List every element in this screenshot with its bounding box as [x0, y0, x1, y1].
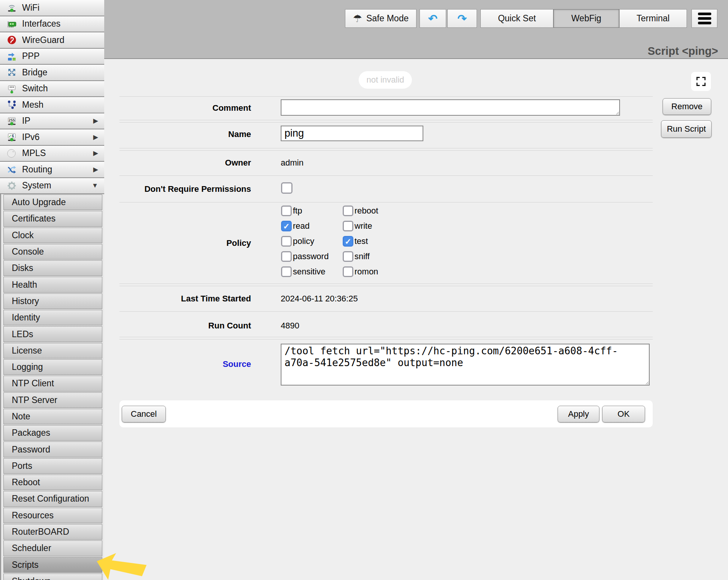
sidebar-item-label: Routing	[22, 164, 52, 175]
redo-button[interactable]: ↷	[447, 9, 477, 28]
webfig-app: WiFi Interfaces WireGuard PPP Bridge	[0, 0, 728, 580]
sidebar-item-note[interactable]: Note	[3, 409, 102, 424]
svg-text:6: 6	[12, 134, 14, 138]
sidebar-item-system[interactable]: System ▼	[0, 178, 104, 194]
sidebar-item-leds[interactable]: LEDs	[3, 326, 102, 342]
sidebar-item-label: Reboot	[12, 477, 40, 488]
sidebar-item-history[interactable]: History	[3, 293, 102, 309]
sidebar-item-certificates[interactable]: Certificates	[3, 211, 102, 226]
sidebar-item-routing[interactable]: Routing ▶	[0, 162, 104, 178]
sidebar-item-switch[interactable]: Switch	[0, 81, 104, 97]
sidebar-item-console[interactable]: Console	[3, 244, 102, 260]
wifi-icon	[6, 2, 17, 13]
sidebar-item-label: LEDs	[12, 329, 33, 339]
name-input[interactable]	[281, 126, 423, 141]
sidebar-item-routerboard[interactable]: RouterBOARD	[3, 524, 102, 540]
policy-test-checkbox[interactable]	[343, 236, 353, 247]
remove-button[interactable]: Remove	[663, 98, 711, 115]
sidebar-item-interfaces[interactable]: Interfaces	[0, 16, 104, 33]
sidebar-item-ip[interactable]: 255 IP ▶	[0, 113, 104, 130]
undo-icon: ↶	[428, 12, 437, 25]
sidebar-item-label: IP	[22, 116, 30, 126]
run-script-button[interactable]: Run Script	[661, 120, 712, 138]
policy-option: test	[343, 234, 445, 249]
comment-label: Comment	[119, 103, 251, 113]
policy-reboot-checkbox[interactable]	[343, 206, 353, 216]
quick-set-button[interactable]: Quick Set	[480, 9, 553, 28]
sidebar-item-mpls[interactable]: MPLS ▶	[0, 146, 104, 162]
sidebar-item-license[interactable]: License	[3, 343, 102, 359]
policy-sensitive-checkbox[interactable]	[281, 266, 292, 277]
policy-option: reboot	[343, 203, 445, 218]
sidebar-item-disks[interactable]: Disks	[3, 260, 102, 276]
policy-romon-checkbox[interactable]	[343, 266, 353, 277]
sidebar-item-label: Ports	[12, 461, 32, 471]
sidebar-item-auto-upgrade[interactable]: Auto Upgrade	[3, 194, 102, 210]
sidebar-item-bridge[interactable]: Bridge	[0, 65, 104, 81]
source-label: Source	[119, 359, 251, 369]
sidebar-item-ntp-server[interactable]: NTP Server	[3, 392, 102, 408]
system-submenu: Auto Upgrade Certificates Clock Console …	[0, 194, 104, 580]
policy-ftp-checkbox[interactable]	[281, 206, 292, 216]
policy-write-checkbox[interactable]	[343, 221, 353, 231]
dont-require-permissions-checkbox[interactable]	[281, 182, 292, 194]
cancel-button[interactable]: Cancel	[122, 406, 166, 422]
sidebar-item-label: License	[12, 346, 42, 356]
policy-option-label: sensitive	[293, 267, 326, 277]
sidebar-item-resources[interactable]: Resources	[3, 508, 102, 523]
remove-label: Remove	[671, 102, 703, 112]
ok-label: OK	[618, 409, 630, 419]
sidebar-item-reset-configuration[interactable]: Reset Configuration	[3, 491, 102, 507]
comment-input[interactable]	[281, 99, 620, 116]
policy-option-label: password	[293, 252, 329, 261]
sidebar-item-label: Scripts	[12, 560, 38, 570]
sidebar-item-label: NTP Client	[12, 378, 54, 389]
sidebar-item-wifi[interactable]: WiFi	[0, 0, 104, 16]
sidebar-item-logging[interactable]: Logging	[3, 359, 102, 375]
sidebar-item-packages[interactable]: Packages	[3, 425, 102, 441]
sidebar-item-ntp-client[interactable]: NTP Client	[3, 376, 102, 391]
sidebar-item-label: Disks	[12, 263, 33, 273]
sidebar-item-health[interactable]: Health	[3, 277, 102, 292]
policy-policy-checkbox[interactable]	[281, 236, 292, 247]
sidebar-item-scripts[interactable]: Scripts	[3, 557, 102, 573]
menu-button[interactable]	[691, 9, 717, 28]
webfig-button[interactable]: WebFig	[553, 9, 619, 28]
sidebar-item-shutdown[interactable]: Shutdown	[3, 574, 102, 580]
sidebar-item-ppp[interactable]: PPP	[0, 49, 104, 65]
last-time-started-label: Last Time Started	[119, 294, 251, 304]
sidebar-item-ports[interactable]: Ports	[3, 458, 102, 474]
ok-button[interactable]: OK	[602, 406, 645, 422]
sidebar-item-label: System	[22, 180, 51, 191]
policy-sniff-checkbox[interactable]	[343, 251, 353, 262]
redo-icon: ↷	[458, 12, 467, 25]
sidebar-item-label: Reset Configuration	[12, 494, 89, 504]
sidebar-item-identity[interactable]: Identity	[3, 310, 102, 325]
sidebar-item-password[interactable]: Password	[3, 441, 102, 457]
terminal-label: Terminal	[637, 13, 670, 24]
apply-button[interactable]: Apply	[558, 406, 599, 422]
switch-icon	[6, 83, 17, 94]
sidebar-item-label: Logging	[12, 362, 43, 372]
source-input[interactable]: /tool fetch url="https://hc-ping.com/620…	[281, 344, 650, 386]
mesh-icon	[6, 99, 17, 110]
sidebar-item-wireguard[interactable]: WireGuard	[0, 32, 104, 49]
sidebar-item-label: WiFi	[22, 3, 40, 13]
sidebar-item-mesh[interactable]: Mesh	[0, 97, 104, 113]
sidebar-item-reboot[interactable]: Reboot	[3, 475, 102, 490]
fullscreen-button[interactable]	[691, 72, 711, 91]
sidebar-item-label: Bridge	[22, 67, 47, 78]
policy-password-checkbox[interactable]	[281, 251, 292, 262]
policy-read-checkbox[interactable]	[281, 221, 292, 231]
terminal-button[interactable]: Terminal	[619, 9, 687, 28]
sidebar-item-label: Switch	[22, 83, 48, 94]
sidebar-item-scheduler[interactable]: Scheduler	[3, 540, 102, 556]
sidebar-item-ipv6[interactable]: ✓6 IPv6 ▶	[0, 129, 104, 146]
undo-button[interactable]: ↶	[420, 9, 446, 28]
interfaces-icon	[6, 18, 17, 30]
sidebar-item-label: PPP	[22, 51, 40, 61]
safe-mode-button[interactable]: ☂ Safe Mode	[345, 9, 416, 28]
sidebar-item-clock[interactable]: Clock	[3, 228, 102, 243]
sidebar-item-label: MPLS	[22, 148, 46, 158]
sidebar-item-label: WireGuard	[22, 35, 64, 45]
